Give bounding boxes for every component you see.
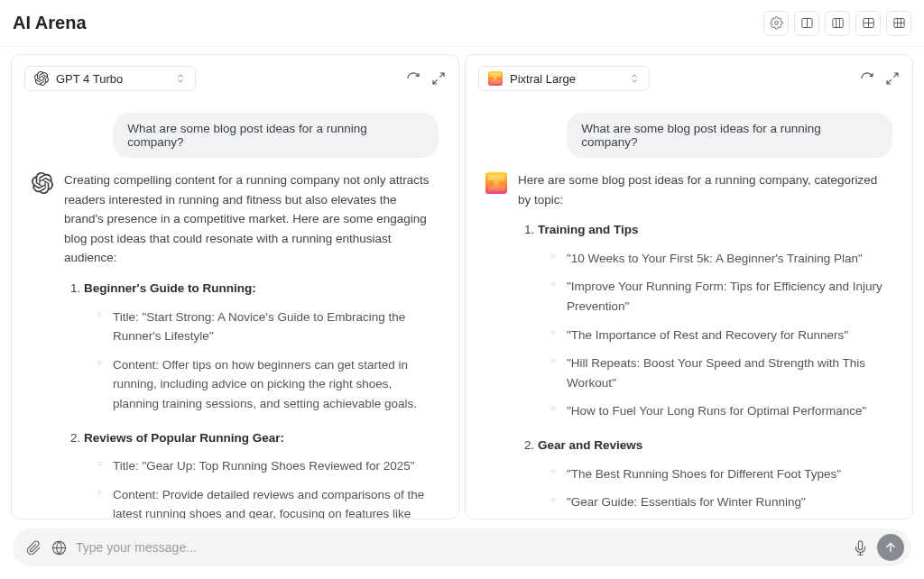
- list-item: Reviews of Popular Running Gear: Title: …: [84, 428, 439, 519]
- section-title: Gear and Reviews: [538, 438, 642, 452]
- list-item: Gear and Reviews "The Best Running Shoes…: [538, 436, 892, 519]
- list-item: Content: Provide detailed reviews and co…: [100, 485, 439, 519]
- list-item: "How to Fuel Your Long Runs for Optimal …: [554, 401, 892, 421]
- user-message: What are some blog post ideas for a runn…: [567, 113, 892, 158]
- list-item: Title: "Gear Up: Top Running Shoes Revie…: [100, 456, 439, 476]
- chat-body-left[interactable]: What are some blog post ideas for a runn…: [12, 96, 458, 519]
- panel-head: Pixtral Large: [466, 55, 912, 96]
- list-item: "Hill Repeats: Boost Your Speed and Stre…: [554, 354, 892, 392]
- openai-icon: [34, 71, 49, 86]
- mic-icon: [853, 540, 868, 556]
- list-item: Beginner's Guide to Running: Title: "Sta…: [84, 279, 439, 414]
- model-select-left[interactable]: GPT 4 Turbo: [24, 66, 196, 91]
- intro-text: Creating compelling content for a runnin…: [64, 170, 439, 268]
- regenerate-icon[interactable]: [406, 71, 420, 86]
- send-button[interactable]: [877, 534, 904, 561]
- list-item: "Improve Your Running Form: Tips for Eff…: [554, 277, 892, 316]
- list-item: "Gear Guide: Essentials for Winter Runni…: [554, 492, 892, 512]
- expand-icon[interactable]: [431, 71, 446, 86]
- svg-point-0: [774, 22, 778, 25]
- user-message: What are some blog post ideas for a runn…: [113, 113, 439, 158]
- list-item: Content: Offer tips on how beginners can…: [100, 355, 439, 414]
- page-title: AI Arena: [13, 13, 87, 33]
- settings-button[interactable]: [763, 11, 789, 36]
- section-title: Beginner's Guide to Running:: [84, 281, 256, 295]
- columns-2-icon: [800, 16, 814, 30]
- regenerate-icon[interactable]: [860, 71, 874, 86]
- model-label: GPT 4 Turbo: [56, 72, 123, 86]
- grid-2x2-icon: [862, 16, 875, 30]
- paperclip-icon: [26, 540, 42, 556]
- mistral-avatar: [485, 172, 507, 194]
- model-select-right[interactable]: Pixtral Large: [478, 66, 650, 91]
- globe-icon: [51, 540, 67, 556]
- panel-head: GPT 4 Turbo: [12, 55, 458, 96]
- web-button[interactable]: [51, 539, 67, 556]
- list-item: Title: "Start Strong: A Novice's Guide t…: [100, 308, 439, 346]
- grid-3x2-icon: [892, 16, 906, 30]
- layout-3col-button[interactable]: [825, 11, 850, 36]
- compose-inner: [13, 528, 911, 566]
- panel-head-actions: [860, 71, 900, 86]
- model-label: Pixtral Large: [510, 72, 576, 86]
- chevron-updown-icon: [629, 73, 640, 84]
- mic-button[interactable]: [852, 539, 868, 556]
- main: GPT 4 Turbo What are some blog post idea…: [0, 47, 924, 519]
- mistral-icon: [488, 71, 503, 86]
- assistant-message: Here are some blog post ideas for a runn…: [485, 170, 892, 519]
- compose-bar: [0, 519, 924, 579]
- list-item: "10 Weeks to Your First 5k: A Beginner's…: [554, 249, 892, 269]
- columns-3-icon: [831, 16, 845, 30]
- intro-text: Here are some blog post ideas for a runn…: [518, 170, 892, 209]
- chat-body-right[interactable]: What are some blog post ideas for a runn…: [466, 96, 912, 519]
- list-item: "The Importance of Rest and Recovery for…: [554, 326, 892, 345]
- section-title: Training and Tips: [538, 223, 639, 236]
- assistant-message: Creating compelling content for a runnin…: [32, 170, 439, 519]
- top-actions: [763, 11, 911, 36]
- expand-icon[interactable]: [885, 71, 900, 86]
- layout-grid-3x2-button[interactable]: [886, 11, 911, 36]
- topbar: AI Arena: [0, 0, 924, 47]
- section-title: Reviews of Popular Running Gear:: [84, 431, 284, 445]
- response-body: Here are some blog post ideas for a runn…: [518, 170, 892, 519]
- response-body: Creating compelling content for a runnin…: [64, 170, 439, 519]
- layout-grid-2x2-button[interactable]: [855, 11, 881, 36]
- arrow-up-icon: [883, 540, 898, 555]
- layout-2col-button[interactable]: [794, 11, 819, 36]
- panel-head-actions: [406, 71, 446, 86]
- gear-icon: [770, 16, 783, 30]
- openai-avatar: [32, 172, 53, 194]
- attach-button[interactable]: [25, 539, 42, 556]
- chevron-updown-icon: [175, 73, 186, 84]
- list-item: "The Best Running Shoes for Different Fo…: [554, 464, 892, 484]
- svg-rect-3: [832, 19, 842, 28]
- list-item: Training and Tips "10 Weeks to Your Firs…: [538, 220, 892, 421]
- panel-right: Pixtral Large What are some blog post id…: [465, 54, 913, 519]
- message-input[interactable]: [76, 540, 843, 555]
- panel-left: GPT 4 Turbo What are some blog post idea…: [11, 54, 459, 519]
